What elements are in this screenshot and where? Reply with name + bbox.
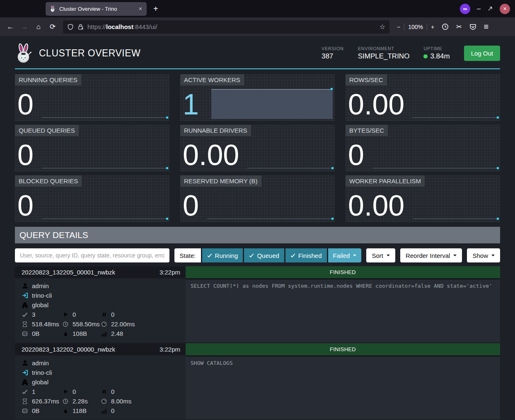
state-filter-label: State: <box>174 248 201 262</box>
filter-failed-dropdown[interactable]: Failed <box>328 248 362 262</box>
stat-value: 0 <box>15 91 34 121</box>
sparkline <box>413 175 499 221</box>
disk-icon <box>22 331 28 337</box>
trino-favicon <box>49 5 56 12</box>
stat-value: 0.00 <box>180 141 239 171</box>
query-id-link[interactable]: 20220823_132202_00000_nwbzk <box>22 346 115 353</box>
reload-icon[interactable]: ⟳ <box>46 21 59 33</box>
query-header: 20220823_132202_00000_nwbzk 3:22pm FINIS… <box>15 343 500 355</box>
tab-title: Cluster Overview - Trino <box>59 6 135 12</box>
zoom-out-icon[interactable]: − <box>397 24 400 30</box>
search-input[interactable] <box>15 248 169 262</box>
divider <box>427 24 427 30</box>
wall-time: 518.48ms <box>32 320 59 328</box>
disk-icon <box>22 408 28 414</box>
gauge-icon <box>101 398 107 404</box>
query-time: 3:22pm <box>160 346 180 353</box>
road-icon <box>22 379 28 386</box>
browser-tab-bar: Cluster Overview - Trino × + ∞ – × <box>0 0 515 17</box>
filter-finished-button[interactable]: Finished <box>285 248 327 262</box>
stat-card-active-workers: ACTIVE WORKERS 1 <box>180 74 335 121</box>
home-icon[interactable]: ⌂ <box>32 21 45 33</box>
stat-card-queued-queries: QUEUED QUERIES 0 <box>15 125 169 171</box>
stat-card-blocked-queries: BLOCKED QUERIES 0 <box>15 175 169 222</box>
log-in-icon <box>22 369 28 376</box>
cluster-meta: VERSION 387 ENVIRONMENT SIMPLE_TRINO UPT… <box>322 46 450 61</box>
splits-completed: 1 <box>32 388 35 395</box>
trino-page: CLUSTER OVERVIEW VERSION 387 ENVIRONMENT… <box>0 36 515 419</box>
query-body: admin trino-cli global 3 0 0 518.48ms 55… <box>15 278 500 342</box>
query-resource-group-row: global <box>22 377 182 387</box>
cumulative-memory-icon <box>101 331 107 337</box>
user-icon <box>22 360 28 366</box>
environment-value: SIMPLE_TRINO <box>358 52 410 61</box>
tracking-shield-icon[interactable] <box>67 24 74 30</box>
url-bar[interactable]: https://localhost:8443/ui/ ☆ <box>63 20 389 34</box>
query-resource-group-row: global <box>22 300 182 310</box>
sparkline <box>413 74 499 120</box>
reorder-interval-dropdown[interactable]: Reorder Interval <box>400 248 462 262</box>
query-header: 20220823_132205_00001_nwbzk 3:22pm FINIS… <box>15 266 500 278</box>
new-tab-button[interactable]: + <box>153 4 158 14</box>
query-user: admin <box>32 282 49 289</box>
forward-icon[interactable]: → <box>18 21 31 33</box>
environment-label: ENVIRONMENT <box>358 46 410 51</box>
page-title: CLUSTER OVERVIEW <box>39 48 140 59</box>
tab-close-icon[interactable]: × <box>138 5 143 12</box>
version-block: VERSION 387 <box>322 46 344 61</box>
query-id-link[interactable]: 20220823_132205_00001_nwbzk <box>22 269 115 276</box>
lock-warning-icon[interactable] <box>77 24 84 30</box>
minimize-icon[interactable]: – <box>477 5 481 12</box>
zoom-in-icon[interactable]: + <box>431 24 434 30</box>
query-source: trino-cli <box>32 369 52 376</box>
trino-logo <box>15 43 32 63</box>
close-window-icon[interactable]: × <box>500 4 510 14</box>
stat-value: 0 <box>346 141 364 171</box>
clock-icon <box>62 321 69 327</box>
cpu-time: 2.28s <box>73 398 88 405</box>
back-icon[interactable]: ← <box>4 21 17 33</box>
stat-value: 0 <box>15 141 34 171</box>
bookmark-star-icon[interactable]: ☆ <box>380 23 385 31</box>
divider <box>404 24 404 30</box>
show-dropdown[interactable]: Show <box>467 248 500 262</box>
pocket-icon[interactable] <box>469 23 476 30</box>
road-icon <box>22 302 28 308</box>
stat-label: RUNNING QUERIES <box>15 74 81 85</box>
menu-icon[interactable]: ≡ <box>484 22 489 32</box>
browser-tab[interactable]: Cluster Overview - Trino × <box>46 2 147 16</box>
query-details-header: QUERY DETAILS <box>15 227 500 243</box>
cpu-time: 558.50ms <box>73 320 100 328</box>
query-card: 20220823_132202_00000_nwbzk 3:22pm FINIS… <box>15 343 500 419</box>
stat-label: BLOCKED QUERIES <box>15 175 82 187</box>
logout-button[interactable]: Log Out <box>464 46 500 61</box>
restore-window-icon[interactable] <box>487 6 493 12</box>
version-value: 387 <box>322 52 344 61</box>
query-splits-grid: 3 0 0 518.48ms 558.50ms 22.00ms 0B 108B … <box>22 310 182 338</box>
screenshot-scissors-icon[interactable]: ✂ <box>456 23 462 31</box>
stat-value: 0.00 <box>346 91 404 121</box>
uptime-block: UPTIME 3.84m <box>423 46 450 61</box>
current-memory: 0B <box>32 407 39 414</box>
query-source: trino-cli <box>32 292 52 299</box>
environment-block: ENVIRONMENT SIMPLE_TRINO <box>358 46 410 61</box>
filter-running-button[interactable]: Running <box>202 248 243 262</box>
stat-value: 0.00 <box>346 192 404 222</box>
caret-down-icon <box>387 255 390 256</box>
clock-icon <box>62 398 69 404</box>
current-memory: 0B <box>32 330 39 337</box>
pause-icon <box>101 389 107 394</box>
check-icon <box>22 389 28 395</box>
filter-queued-button[interactable]: Queued <box>244 248 284 262</box>
peak-memory: 118B <box>73 407 87 414</box>
query-text: SELECT COUNT(*) as nodes FROM system.run… <box>186 278 500 342</box>
sort-dropdown[interactable]: Sort <box>366 248 395 262</box>
history-clock-icon[interactable] <box>442 23 449 30</box>
stat-value: 1 <box>180 91 199 121</box>
splits-completed: 3 <box>32 311 35 318</box>
query-resource-group: global <box>32 301 48 308</box>
play-icon <box>62 389 69 394</box>
query-user: admin <box>32 359 49 367</box>
wall-time: 626.37ms <box>32 398 59 405</box>
zoom-level[interactable]: 100% <box>408 24 423 30</box>
